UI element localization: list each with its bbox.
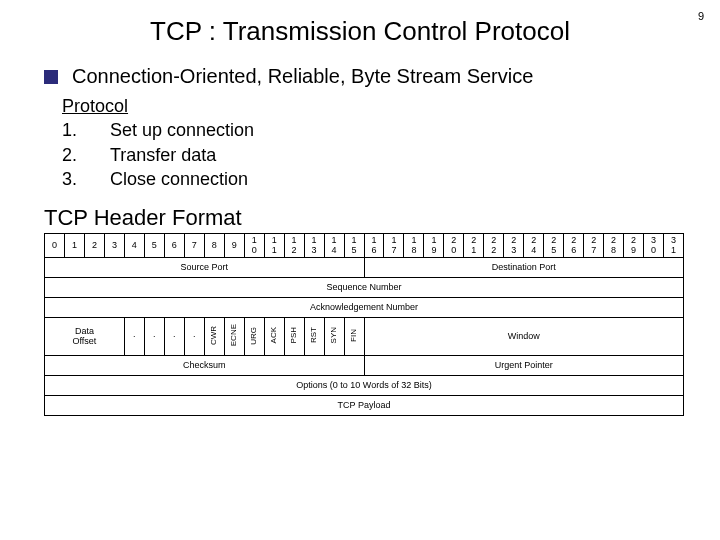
protocol-step: 2. Transfer data [62, 143, 694, 167]
reserved-bit: · [144, 318, 164, 356]
tcp-header-table: 0 1 2 3 4 5 6 7 8 9 10 11 12 13 14 15 16… [44, 233, 684, 416]
bit-cell: 4 [124, 234, 144, 258]
bit-cell: 24 [524, 234, 544, 258]
bit-cell: 18 [404, 234, 424, 258]
flag-fin: FIN [344, 318, 364, 356]
page-number: 9 [698, 10, 704, 22]
bit-cell: 23 [504, 234, 524, 258]
flag-ecne: ECNE [224, 318, 244, 356]
sequence-field: Sequence Number [45, 278, 684, 298]
sequence-row: Sequence Number [45, 278, 684, 298]
header-format-title: TCP Header Format [44, 205, 694, 231]
flag-rst: RST [304, 318, 324, 356]
bit-cell: 25 [544, 234, 564, 258]
payload-row: TCP Payload [45, 396, 684, 416]
bit-cell: 13 [304, 234, 324, 258]
bit-cell: 26 [564, 234, 584, 258]
bit-cell: 11 [264, 234, 284, 258]
checksum-row: Checksum Urgent Pointer [45, 356, 684, 376]
bit-ruler-row: 0 1 2 3 4 5 6 7 8 9 10 11 12 13 14 15 16… [45, 234, 684, 258]
protocol-step: 1. Set up connection [62, 118, 694, 142]
reserved-bit: · [164, 318, 184, 356]
bit-cell: 16 [364, 234, 384, 258]
ports-row: Source Port Destination Port [45, 258, 684, 278]
bit-cell: 17 [384, 234, 404, 258]
bullet-text: Connection-Oriented, Reliable, Byte Stre… [72, 65, 533, 88]
bit-cell: 20 [444, 234, 464, 258]
ack-row: Acknowledgement Number [45, 298, 684, 318]
step-text: Transfer data [110, 143, 216, 167]
step-number: 1. [62, 118, 86, 142]
bit-cell: 7 [184, 234, 204, 258]
bit-cell: 1 [64, 234, 84, 258]
step-text: Close connection [110, 167, 248, 191]
bit-cell: 0 [45, 234, 65, 258]
flag-psh: PSH [284, 318, 304, 356]
step-number: 3. [62, 167, 86, 191]
slide-title: TCP : Transmission Control Protocol [26, 16, 694, 47]
bit-cell: 2 [84, 234, 104, 258]
flag-ack: ACK [264, 318, 284, 356]
source-port-field: Source Port [45, 258, 365, 278]
flag-syn: SYN [324, 318, 344, 356]
protocol-step: 3. Close connection [62, 167, 694, 191]
bit-cell: 21 [464, 234, 484, 258]
ack-field: Acknowledgement Number [45, 298, 684, 318]
checksum-field: Checksum [45, 356, 365, 376]
data-offset-field: DataOffset [45, 318, 125, 356]
flags-row: DataOffset · · · · CWR ECNE URG ACK PSH … [45, 318, 684, 356]
window-field: Window [364, 318, 684, 356]
bit-cell: 31 [664, 234, 684, 258]
bit-cell: 15 [344, 234, 364, 258]
options-field: Options (0 to 10 Words of 32 Bits) [45, 376, 684, 396]
bit-cell: 9 [224, 234, 244, 258]
flag-cwr: CWR [204, 318, 224, 356]
bit-cell: 19 [424, 234, 444, 258]
square-bullet-icon [44, 70, 58, 84]
bit-cell: 22 [484, 234, 504, 258]
bit-cell: 30 [644, 234, 664, 258]
bit-cell: 3 [104, 234, 124, 258]
protocol-heading: Protocol [62, 94, 694, 118]
step-text: Set up connection [110, 118, 254, 142]
flag-urg: URG [244, 318, 264, 356]
bit-cell: 5 [144, 234, 164, 258]
bit-cell: 27 [584, 234, 604, 258]
protocol-steps: Protocol 1. Set up connection 2. Transfe… [62, 94, 694, 191]
bit-cell: 29 [624, 234, 644, 258]
reserved-bit: · [184, 318, 204, 356]
reserved-bit: · [124, 318, 144, 356]
step-number: 2. [62, 143, 86, 167]
options-row: Options (0 to 10 Words of 32 Bits) [45, 376, 684, 396]
bit-cell: 12 [284, 234, 304, 258]
bit-cell: 14 [324, 234, 344, 258]
dest-port-field: Destination Port [364, 258, 684, 278]
bit-cell: 10 [244, 234, 264, 258]
urgent-pointer-field: Urgent Pointer [364, 356, 684, 376]
bit-cell: 28 [604, 234, 624, 258]
bullet-item: Connection-Oriented, Reliable, Byte Stre… [44, 65, 694, 88]
payload-field: TCP Payload [45, 396, 684, 416]
bit-cell: 8 [204, 234, 224, 258]
bit-cell: 6 [164, 234, 184, 258]
